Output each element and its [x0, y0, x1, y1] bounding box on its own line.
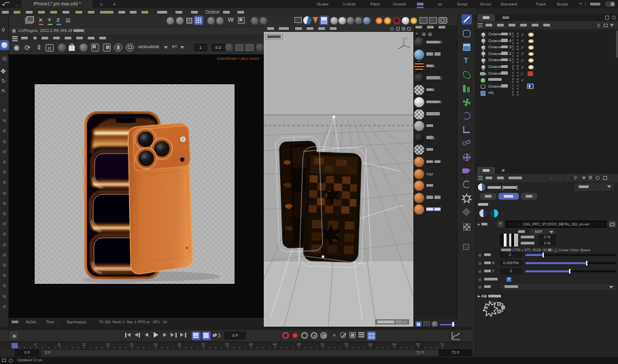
svg-text:Octane: Octane: [490, 301, 498, 304]
svg-text:Y: Y: [405, 37, 408, 41]
